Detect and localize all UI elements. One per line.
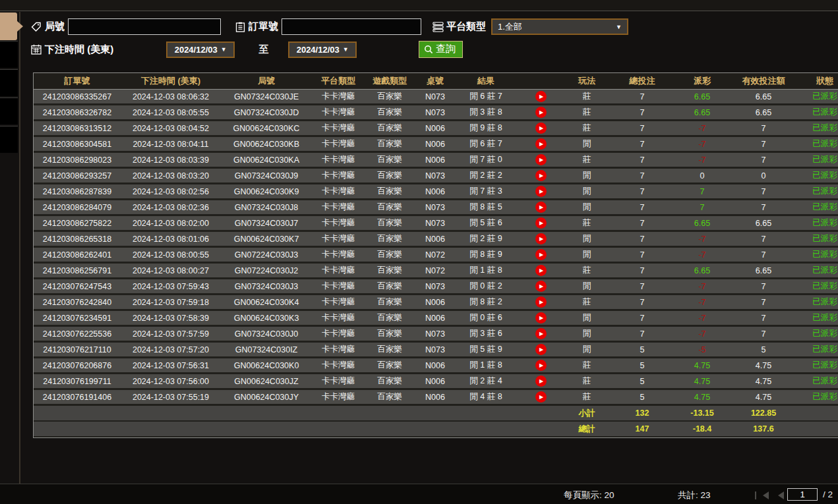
play-icon[interactable]: ▶ (535, 233, 547, 244)
cell-bet-time: 2024-12-03 08:03:39 (121, 153, 221, 169)
order-input[interactable] (282, 18, 421, 35)
col-play-type: 玩法 (565, 73, 609, 90)
cell-round-id: GN00624C030KA (221, 153, 312, 169)
cell-result: 閒 6 莊 7 (456, 90, 516, 105)
cell-platform: 卡卡灣廳 (312, 264, 365, 279)
status-badge: 已派彩 (798, 311, 838, 327)
status-badge: 已派彩 (798, 390, 838, 406)
play-icon[interactable]: ▶ (535, 328, 547, 339)
play-icon[interactable]: ▶ (535, 186, 547, 197)
collapse-panel-tab[interactable] (0, 13, 17, 40)
cell-round-id: GN00624C030K9 (221, 184, 312, 200)
cell-round-id: GN07324C030J7 (221, 216, 312, 232)
cell-game-type: 百家樂 (365, 248, 415, 264)
cell-result: 閒 9 莊 8 (456, 121, 516, 137)
cell-order-id: 241203076225536 (34, 327, 121, 343)
cell-result: 閒 7 莊 0 (456, 153, 516, 169)
play-icon[interactable]: ▶ (535, 138, 547, 150)
cell-play-type: 莊 (565, 390, 609, 406)
status-badge: 已派彩 (798, 374, 838, 390)
sidebar-item-1[interactable] (0, 41, 18, 68)
cell-replay: ▶ (516, 121, 565, 137)
play-icon[interactable]: ▶ (535, 249, 547, 260)
status-badge: 已派彩 (798, 184, 838, 200)
cell-replay: ▶ (516, 248, 565, 264)
status-badge: 已派彩 (798, 327, 838, 343)
round-input[interactable] (68, 18, 221, 35)
cell-replay: ▶ (516, 137, 565, 153)
col-status: 狀態 (798, 73, 838, 90)
clipboard-icon (234, 21, 246, 33)
play-icon[interactable]: ▶ (535, 265, 547, 276)
cell-play-type: 閒 (565, 184, 609, 200)
cell-result: 閒 6 莊 7 (456, 137, 516, 153)
cell-order-id: 241203076206876 (34, 358, 121, 374)
cell-bet-time: 2024-12-03 07:58:39 (121, 311, 221, 327)
page-number-input[interactable] (787, 488, 818, 501)
play-icon[interactable]: ▶ (535, 391, 547, 403)
first-page-icon[interactable] (763, 491, 769, 499)
cell-round-id: GN00624C030JY (221, 390, 312, 406)
play-icon[interactable]: ▶ (535, 154, 547, 165)
cell-order-id: 241203076199711 (34, 374, 121, 390)
calendar-icon (30, 43, 42, 55)
cell-total-bet: 7 (609, 121, 676, 137)
sidebar-item-4[interactable] (0, 126, 18, 153)
cell-result: 閒 2 莊 4 (456, 374, 516, 390)
cell-platform: 卡卡灣廳 (312, 248, 365, 264)
cell-game-type: 百家樂 (365, 390, 415, 406)
date-from-select[interactable]: 2024/12/03 ▼ (166, 42, 235, 58)
play-icon[interactable]: ▶ (535, 281, 547, 292)
prev-page-icon[interactable] (778, 491, 784, 499)
play-icon[interactable]: ▶ (535, 376, 547, 387)
play-icon[interactable]: ▶ (535, 312, 547, 323)
cell-payout: 0 (676, 169, 729, 184)
cell-order-id: 241203086293257 (34, 169, 121, 184)
cell-platform: 卡卡灣廳 (312, 295, 365, 311)
cell-valid-bet: 7 (729, 137, 798, 153)
table-row: 241203076247543 2024-12-03 07:59:43 GN07… (34, 279, 838, 295)
play-icon[interactable]: ▶ (535, 344, 547, 355)
play-icon[interactable]: ▶ (535, 296, 547, 308)
cell-round-id: GN07324C030J3 (221, 279, 312, 295)
date-to-select[interactable]: 2024/12/03 ▼ (288, 42, 357, 58)
cell-round-id: GN07324C030JE (221, 90, 312, 105)
play-icon[interactable]: ▶ (535, 91, 547, 102)
cell-replay: ▶ (516, 153, 565, 169)
cell-total-bet: 7 (609, 137, 676, 153)
col-bet-time: 下注時間 (美東) (121, 73, 221, 90)
col-order-id: 訂單號 (34, 73, 121, 90)
sidebar-item-3[interactable] (0, 98, 18, 125)
play-icon[interactable]: ▶ (535, 217, 547, 229)
cell-bet-time: 2024-12-03 07:57:20 (121, 343, 221, 358)
cell-table-no: N073 (415, 169, 456, 184)
cell-total-bet: 5 (609, 374, 676, 390)
table-row: 241203086275822 2024-12-03 08:02:00 GN07… (34, 216, 838, 232)
cell-bet-time: 2024-12-03 07:56:00 (121, 374, 221, 390)
play-icon[interactable]: ▶ (535, 123, 547, 134)
status-badge: 已派彩 (798, 137, 838, 153)
play-icon[interactable]: ▶ (535, 107, 547, 118)
chevron-down-icon: ▼ (616, 24, 622, 30)
table-row: 241203076199711 2024-12-03 07:56:00 GN00… (34, 374, 838, 390)
grand-total-bet: 147 (609, 422, 676, 437)
cell-valid-bet: 7 (729, 121, 798, 137)
platform-select[interactable]: 1.全部 ▼ (491, 18, 628, 35)
date-from-value: 2024/12/03 (175, 45, 218, 55)
cell-round-id: GN07324C030J0 (221, 327, 312, 343)
cell-valid-bet: 7 (729, 248, 798, 264)
cell-order-id: 241203086287839 (34, 184, 121, 200)
play-icon[interactable]: ▶ (535, 360, 547, 371)
search-button[interactable]: 查詢 (419, 41, 463, 58)
play-icon[interactable]: ▶ (535, 170, 547, 181)
cell-play-type: 閒 (565, 279, 609, 295)
table-row: 241203076217110 2024-12-03 07:57:20 GN07… (34, 343, 838, 358)
table-row: 241203086287839 2024-12-03 08:02:56 GN00… (34, 184, 838, 200)
cell-table-no: N006 (415, 295, 456, 311)
cell-game-type: 百家樂 (365, 121, 415, 137)
play-icon[interactable]: ▶ (535, 202, 547, 213)
table-row: 241203086298023 2024-12-03 08:03:39 GN00… (34, 153, 838, 169)
col-replay (516, 73, 565, 90)
sidebar-item-2[interactable] (0, 69, 18, 96)
cell-order-id: 241203076247543 (34, 279, 121, 295)
